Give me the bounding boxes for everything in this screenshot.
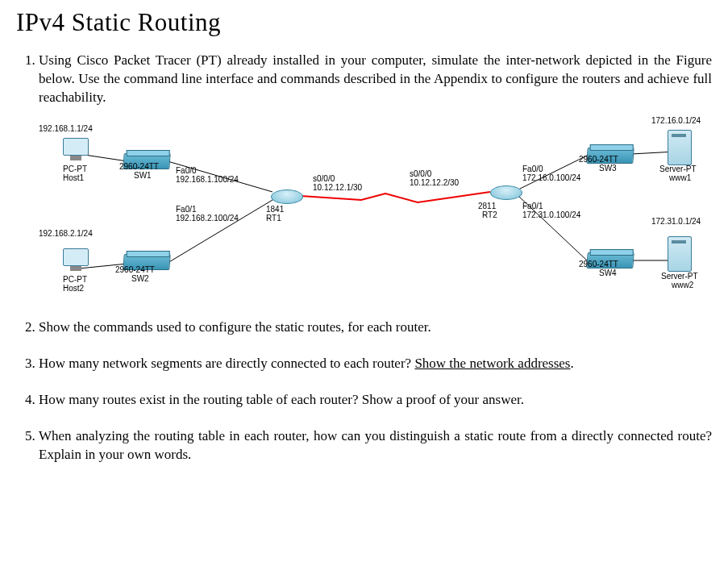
question-5-text: When analyzing the routing table in each…: [39, 428, 712, 462]
rt2-icon: [490, 185, 522, 200]
question-4-text: How many routes exist in the routing tab…: [39, 392, 524, 407]
question-3-text-b: Show the network addresses: [414, 356, 570, 371]
rt2-fa01-ip: 172.31.0.100/24: [522, 210, 580, 221]
page-title: IPv4 Static Routing: [16, 8, 712, 37]
www1-ip: 172.16.0.1/24: [651, 115, 701, 127]
host2-ip: 192.168.2.1/24: [39, 228, 93, 239]
rt2-fa00-ip: 172.16.0.100/24: [522, 173, 580, 184]
question-1-text: Using Cisco Packet Tracer (PT) already i…: [39, 52, 712, 105]
sw3-name: SW3: [599, 163, 617, 174]
sw4-name: SW4: [599, 268, 617, 279]
question-4: How many routes exist in the routing tab…: [39, 391, 712, 410]
question-2: Show the commands used to configure the …: [39, 318, 712, 337]
www1-name: www1: [669, 173, 691, 184]
host1-icon: [61, 138, 90, 162]
rt1-fa01-ip: 192.168.2.100/24: [176, 213, 239, 224]
question-3-text-c: .: [570, 356, 573, 371]
sw1-name: SW1: [134, 170, 152, 181]
rt2-s000-ip: 10.12.12.2/30: [410, 177, 459, 189]
www2-name: www2: [672, 280, 693, 291]
www1-icon: [668, 130, 692, 165]
rt2-name: RT2: [482, 210, 497, 221]
network-diagram: 192.168.1.1/24 PC-PT Host1 2960-24TT SW1…: [39, 115, 716, 301]
question-5: When analyzing the routing table in each…: [39, 427, 712, 464]
host2-icon: [61, 248, 90, 273]
sw2-name: SW2: [131, 273, 149, 285]
www2-icon: [668, 236, 692, 272]
rt1-name: RT1: [266, 213, 281, 224]
question-2-text: Show the commands used to configure the …: [39, 319, 431, 335]
host1-ip: 192.168.1.1/24: [39, 123, 93, 135]
host2-name: Host2: [63, 283, 84, 294]
rt1-icon: [271, 189, 303, 204]
question-3: How many network segments are directly c…: [39, 355, 712, 373]
host1-name: Host1: [63, 173, 84, 184]
www2-ip: 172.31.0.1/24: [651, 216, 701, 227]
rt1-fa00-ip: 192.168.1.100/24: [176, 174, 239, 185]
question-1: Using Cisco Packet Tracer (PT) already i…: [39, 52, 712, 301]
question-3-text-a: How many network segments are directly c…: [39, 356, 414, 371]
rt1-s000-ip: 10.12.12.1/30: [313, 182, 362, 194]
